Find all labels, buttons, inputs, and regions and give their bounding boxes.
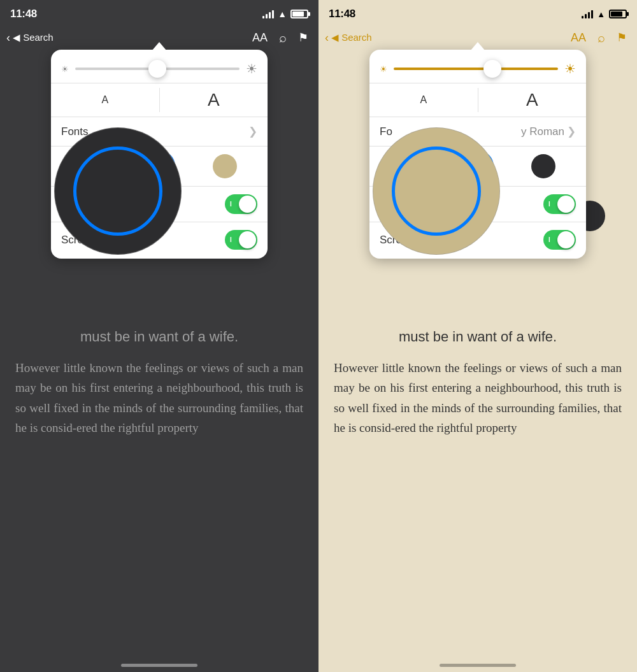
- right-fonts-label: Fo: [380, 125, 392, 138]
- left-brightness-thumb[interactable]: [148, 60, 166, 78]
- left-status-icons: ▲: [262, 9, 308, 19]
- right-phone-panel: 11:48 ▲ ‹ ◀ Search AA ⌕ ⚑: [318, 0, 637, 672]
- left-signal-icon: [262, 10, 274, 18]
- right-status-icons: ▲: [582, 10, 627, 19]
- left-scrolling-on-label: I: [230, 236, 232, 243]
- left-font-size-row: A A: [51, 83, 268, 117]
- right-scrolling-view-toggle[interactable]: I: [543, 230, 576, 250]
- left-font-large-label: A: [208, 90, 220, 110]
- right-font-small-label: A: [420, 94, 427, 106]
- right-sun-small-icon: ☀: [380, 64, 387, 74]
- right-search-icon[interactable]: ⌕: [598, 31, 605, 45]
- left-nav-right-icons: AA ⌕ ⚑: [252, 31, 308, 45]
- right-book-paragraph: However little known the feelings or vie…: [334, 358, 622, 438]
- right-fonts-chevron: ❯: [567, 125, 576, 138]
- right-auto-night-on-label: I: [548, 201, 550, 208]
- left-search-back[interactable]: ‹ ◀ Search: [6, 31, 54, 45]
- right-auto-night-knob: [557, 196, 575, 213]
- right-font-size-row: A A: [369, 83, 586, 117]
- right-book-text: must be in want of a wife. However littl…: [318, 318, 637, 672]
- right-wife-line: must be in want of a wife.: [334, 329, 622, 345]
- right-search-back-label[interactable]: ◀ Search: [331, 32, 372, 43]
- left-status-bar: 11:48 ▲: [0, 0, 318, 25]
- left-magnifier-ring: [73, 147, 162, 236]
- right-font-decrease[interactable]: A: [369, 88, 478, 112]
- left-scrolling-view-toggle[interactable]: I: [225, 230, 257, 250]
- right-back-chevron[interactable]: ‹: [325, 31, 329, 45]
- left-auto-night-on-label: I: [230, 201, 232, 208]
- left-brightness-row: ☀ ☀: [51, 59, 268, 83]
- left-font-size-icon[interactable]: AA: [252, 31, 268, 45]
- right-sun-large-icon: ☀: [564, 61, 576, 76]
- right-wifi-icon: ▲: [597, 10, 605, 19]
- right-search-back[interactable]: ‹ ◀ Search: [325, 31, 372, 45]
- right-scrolling-on-label: I: [548, 236, 550, 243]
- right-nav-right-icons: AA ⌕ ⚑: [571, 31, 627, 45]
- left-font-decrease[interactable]: A: [51, 88, 160, 112]
- left-back-chevron[interactable]: ‹: [6, 31, 10, 45]
- left-brightness-track[interactable]: [75, 68, 240, 70]
- left-auto-night-toggle[interactable]: I: [225, 194, 257, 214]
- right-home-indicator: [440, 664, 516, 667]
- left-fonts-value: ❯: [248, 125, 257, 138]
- right-auto-night-toggle[interactable]: I: [543, 194, 576, 214]
- left-sun-large-icon: ☀: [246, 61, 257, 76]
- left-wifi-icon: ▲: [278, 9, 287, 19]
- right-status-bar: 11:48 ▲: [318, 0, 637, 25]
- left-font-increase[interactable]: A: [160, 83, 268, 117]
- right-battery-icon: [609, 10, 627, 18]
- right-font-size-icon[interactable]: AA: [571, 31, 586, 45]
- left-scrolling-knob: [239, 231, 256, 248]
- left-font-small-label: A: [101, 94, 108, 106]
- left-search-icon[interactable]: ⌕: [279, 31, 287, 45]
- left-theme-sepia[interactable]: [213, 154, 237, 178]
- right-brightness-track[interactable]: [394, 68, 558, 70]
- right-status-time: 11:48: [329, 8, 355, 20]
- left-book-paragraph: However little known the feelings or vie…: [15, 358, 303, 438]
- left-battery-icon: [290, 10, 308, 18]
- left-sun-small-icon: ☀: [61, 64, 69, 74]
- left-wife-line: must be in want of a wife.: [15, 329, 303, 345]
- left-auto-night-knob: [239, 196, 256, 213]
- right-theme-dark[interactable]: [531, 154, 555, 178]
- left-fonts-chevron: ❯: [248, 125, 257, 138]
- left-book-text: must be in want of a wife. However littl…: [0, 318, 318, 672]
- right-bookmark-icon[interactable]: ⚑: [617, 31, 627, 45]
- right-brightness-row: ☀ ☀: [369, 59, 586, 83]
- right-brightness-thumb[interactable]: [483, 60, 501, 78]
- right-magnifier: [373, 127, 500, 255]
- right-signal-icon: [582, 10, 593, 18]
- left-status-time: 11:48: [10, 8, 37, 20]
- right-fonts-value: y Roman ❯: [521, 125, 576, 138]
- right-scrolling-knob: [557, 231, 575, 248]
- left-phone-panel: 11:48 ▲ ‹ ◀ Search AA ⌕ ⚑: [0, 0, 318, 672]
- right-fonts-roman: y Roman: [521, 125, 564, 138]
- left-search-back-label[interactable]: ◀ Search: [13, 32, 54, 43]
- right-font-large-label: A: [526, 90, 538, 110]
- left-home-indicator: [121, 664, 197, 667]
- left-bookmark-icon[interactable]: ⚑: [298, 31, 308, 45]
- left-magnifier: [54, 127, 182, 255]
- right-magnifier-ring: [392, 147, 481, 236]
- right-font-increase[interactable]: A: [478, 83, 587, 117]
